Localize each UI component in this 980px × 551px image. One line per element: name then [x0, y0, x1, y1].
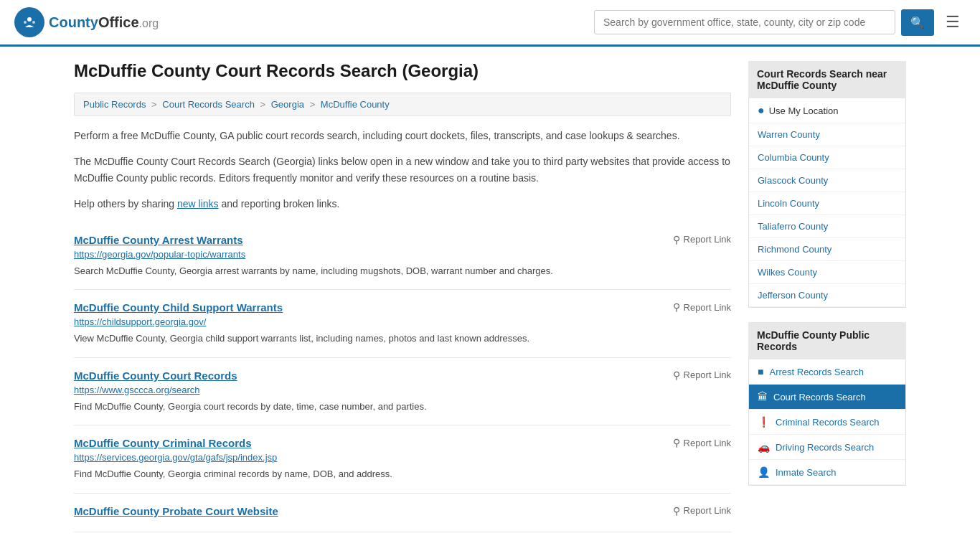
logo-icon: [14, 7, 44, 37]
nearby-county-item: Warren County: [749, 123, 905, 146]
pr-icon-1: 🏛: [758, 391, 768, 402]
breadcrumb-sep-3: >: [310, 99, 318, 110]
record-title-4[interactable]: McDuffie County Probate Court Website: [74, 505, 278, 517]
nearby-county-item: Glascock County: [749, 169, 905, 192]
page-title: McDuffie County Court Records Search (Ge…: [74, 61, 731, 81]
search-input[interactable]: [594, 10, 895, 34]
main-content: McDuffie County Court Records Search (Ge…: [74, 61, 731, 532]
public-record-item: 🚗 Driving Records Search: [749, 435, 905, 460]
report-link-2[interactable]: ⚲ Report Link: [673, 369, 731, 381]
public-record-item: ■ Arrest Records Search: [749, 359, 905, 385]
public-record-item: 👤 Inmate Search: [749, 460, 905, 485]
svg-point-0: [21, 14, 38, 31]
record-url-3[interactable]: https://services.georgia.gov/gta/gafs/js…: [74, 452, 731, 463]
record-title-2[interactable]: McDuffie County Court Records: [74, 369, 237, 382]
breadcrumb-sep-1: >: [151, 99, 159, 110]
breadcrumb-sep-2: >: [260, 99, 268, 110]
record-title-3[interactable]: McDuffie County Criminal Records: [74, 437, 252, 449]
nearby-county-link-3[interactable]: Lincoln County: [749, 192, 905, 215]
main-wrapper: McDuffie County Court Records Search (Ge…: [60, 47, 920, 547]
record-url-0[interactable]: https://georgia.gov/popular-topic/warran…: [74, 249, 731, 260]
nearby-county-link-7[interactable]: Jefferson County: [749, 284, 905, 306]
nearby-list: ● Use My Location Warren CountyColumbia …: [748, 98, 906, 308]
records-list: McDuffie County Arrest Warrants ⚲ Report…: [74, 222, 731, 532]
sidebar: Court Records Search near McDuffie Count…: [748, 61, 906, 532]
report-link-0[interactable]: ⚲ Report Link: [673, 234, 731, 245]
public-record-link-1[interactable]: 🏛 Court Records Search: [749, 385, 905, 409]
breadcrumb-court-records[interactable]: Court Records Search: [162, 99, 255, 110]
nearby-county-link-5[interactable]: Richmond County: [749, 238, 905, 260]
search-icon: 🔍: [910, 17, 925, 29]
nearby-county-item: Richmond County: [749, 238, 905, 261]
nearby-section: Court Records Search near McDuffie Count…: [748, 61, 906, 308]
public-records-section: McDuffie County Public Records ■ Arrest …: [748, 322, 906, 486]
pr-icon-2: ❗: [758, 416, 770, 428]
breadcrumb-mcduffie[interactable]: McDuffie County: [321, 99, 390, 110]
public-records-list: ■ Arrest Records Search 🏛 Court Records …: [748, 359, 906, 486]
nearby-county-item: Jefferson County: [749, 284, 905, 307]
breadcrumb: Public Records > Court Records Search > …: [74, 93, 731, 116]
description-para2: The McDuffie County Court Records Search…: [74, 154, 731, 186]
menu-button[interactable]: ☰: [940, 10, 966, 34]
public-record-link-0[interactable]: ■ Arrest Records Search: [749, 359, 905, 384]
record-desc-0: Search McDuffie County, Georgia arrest w…: [74, 264, 731, 278]
record-item: McDuffie County Child Support Warrants ⚲…: [74, 290, 731, 358]
logo-area: CountyOffice.org: [14, 7, 159, 37]
public-records-header: McDuffie County Public Records: [748, 322, 906, 359]
pr-icon-3: 🚗: [758, 441, 770, 453]
nearby-county-item: Wilkes County: [749, 261, 905, 284]
nearby-county-link-2[interactable]: Glascock County: [749, 169, 905, 192]
description-para3: Help others by sharing new links and rep…: [74, 196, 731, 212]
public-record-link-2[interactable]: ❗ Criminal Records Search: [749, 410, 905, 434]
report-icon-1: ⚲: [673, 301, 680, 313]
use-location-link[interactable]: ● Use My Location: [749, 98, 905, 123]
record-item: McDuffie County Court Records ⚲ Report L…: [74, 358, 731, 426]
record-item: McDuffie County Probate Court Website ⚲ …: [74, 494, 731, 532]
report-link-4[interactable]: ⚲ Report Link: [673, 505, 731, 517]
report-icon-2: ⚲: [673, 369, 680, 381]
location-pin-icon: ●: [758, 104, 765, 117]
public-record-item: ❗ Criminal Records Search: [749, 410, 905, 435]
record-title-0[interactable]: McDuffie County Arrest Warrants: [74, 234, 243, 246]
report-icon-0: ⚲: [673, 234, 680, 245]
report-link-1[interactable]: ⚲ Report Link: [673, 301, 731, 313]
breadcrumb-public-records[interactable]: Public Records: [83, 99, 146, 110]
pr-icon-0: ■: [758, 366, 763, 377]
breadcrumb-georgia[interactable]: Georgia: [271, 99, 304, 110]
record-item: McDuffie County Arrest Warrants ⚲ Report…: [74, 222, 731, 291]
hamburger-icon: ☰: [946, 13, 960, 31]
report-link-3[interactable]: ⚲ Report Link: [673, 437, 731, 448]
nearby-county-link-4[interactable]: Taliaferro County: [749, 215, 905, 237]
record-desc-3: Find McDuffie County, Georgia criminal r…: [74, 467, 731, 481]
search-button[interactable]: 🔍: [901, 9, 934, 36]
report-icon-3: ⚲: [673, 437, 680, 448]
record-desc-2: Find McDuffie County, Georgia court reco…: [74, 400, 731, 414]
svg-point-1: [27, 17, 32, 22]
public-record-item: 🏛 Court Records Search: [749, 385, 905, 410]
use-location-item: ● Use My Location: [749, 98, 905, 123]
svg-point-3: [32, 21, 35, 24]
new-links-link[interactable]: new links: [177, 198, 219, 209]
nearby-county-link-1[interactable]: Columbia County: [749, 146, 905, 169]
record-url-2[interactable]: https://www.gsccca.org/search: [74, 385, 731, 395]
pr-icon-4: 👤: [758, 466, 770, 478]
site-header: CountyOffice.org 🔍 ☰: [0, 0, 980, 47]
record-desc-1: View McDuffie County, Georgia child supp…: [74, 331, 731, 346]
public-record-link-4[interactable]: 👤 Inmate Search: [749, 460, 905, 484]
svg-point-2: [24, 21, 27, 24]
search-area: 🔍 ☰: [594, 9, 966, 36]
record-title-1[interactable]: McDuffie County Child Support Warrants: [74, 301, 283, 314]
nearby-county-item: Lincoln County: [749, 192, 905, 215]
logo-text: CountyOffice.org: [49, 14, 159, 31]
nearby-county-link-6[interactable]: Wilkes County: [749, 261, 905, 283]
nearby-county-link-0[interactable]: Warren County: [749, 123, 905, 146]
report-icon-4: ⚲: [673, 505, 680, 517]
public-record-link-3[interactable]: 🚗 Driving Records Search: [749, 435, 905, 459]
description-para1: Perform a free McDuffie County, GA publi…: [74, 128, 731, 143]
record-url-1[interactable]: https://childsupport.georgia.gov/: [74, 316, 731, 327]
nearby-county-item: Taliaferro County: [749, 215, 905, 238]
nearby-county-item: Columbia County: [749, 146, 905, 169]
nearby-header: Court Records Search near McDuffie Count…: [748, 61, 906, 98]
record-item: McDuffie County Criminal Records ⚲ Repor…: [74, 425, 731, 494]
